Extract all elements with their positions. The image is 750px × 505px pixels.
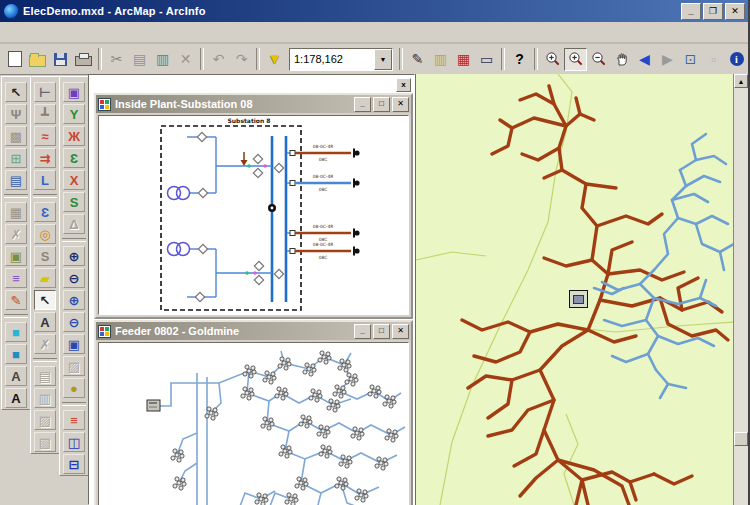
polyline-tool[interactable]: L <box>34 170 56 190</box>
clear-selection-button[interactable]: ▫ <box>702 48 725 71</box>
menu-item[interactable] <box>32 30 46 36</box>
maximize-button[interactable]: □ <box>373 97 390 112</box>
trace-network-tool[interactable]: Ψ <box>5 104 27 124</box>
menu-item[interactable] <box>46 30 60 36</box>
open-button[interactable] <box>26 48 49 71</box>
substation-map-marker[interactable] <box>569 290 588 308</box>
copy-button[interactable]: ▤ <box>128 48 151 71</box>
full-extent-frame-tool[interactable]: ▣ <box>63 334 85 354</box>
map-scale-combo[interactable]: 1:178,162 ▼ <box>289 48 393 71</box>
vertical-split-tool[interactable]: ◫ <box>63 432 85 452</box>
scrollbar-thumb[interactable] <box>734 432 748 446</box>
move-element-tool[interactable]: ↖ <box>34 290 56 310</box>
horizontal-split-tool[interactable]: ⊟ <box>63 454 85 474</box>
layout-grid-tool[interactable]: ▤ <box>34 366 56 386</box>
node-y-tool[interactable]: Y <box>63 104 85 124</box>
feeder-schematic-view[interactable] <box>98 342 409 505</box>
menu-item[interactable] <box>116 30 130 36</box>
map-scale-value[interactable]: 1:178,162 <box>290 53 374 65</box>
legend-list-tool[interactable]: ≡ <box>63 410 85 430</box>
scale-dropdown-button[interactable]: ▼ <box>374 49 392 70</box>
menu-item[interactable] <box>88 30 102 36</box>
menu-item[interactable] <box>60 30 74 36</box>
add-data-button[interactable]: ▼ <box>263 48 286 71</box>
minimize-button[interactable]: _ <box>354 324 371 339</box>
close-button[interactable]: ✕ <box>725 3 745 20</box>
ring-tool[interactable]: ◎ <box>34 224 56 244</box>
move-text-tool[interactable]: A <box>34 312 56 332</box>
text-tool[interactable]: A <box>5 388 27 408</box>
label-flag-tool[interactable]: A <box>5 366 27 386</box>
extent-disabled-tool[interactable]: ▨ <box>63 356 85 376</box>
zoom-out-tool[interactable]: ⊖ <box>63 268 85 288</box>
zoom-in-tool[interactable]: ⊕ <box>63 246 85 266</box>
minimize-button[interactable]: _ <box>354 97 371 112</box>
copy-features-tool[interactable]: ▤ <box>5 170 27 190</box>
arccatalog-button[interactable]: ▥ <box>429 48 452 71</box>
substation-window-titlebar[interactable]: Inside Plant-Substation 08 _ □ ✕ <box>96 95 411 113</box>
arctoolbox-button[interactable]: ▦ <box>452 48 475 71</box>
minimize-button[interactable]: _ <box>681 3 701 20</box>
close-button[interactable]: ✕ <box>392 97 409 112</box>
menu-item[interactable] <box>74 30 88 36</box>
flag-node-tool-2[interactable]: ■ <box>5 344 27 364</box>
branch-tool[interactable]: Ɛ <box>34 202 56 222</box>
restore-button[interactable]: ❐ <box>703 3 723 20</box>
anchor-tool[interactable]: ┻ <box>34 104 56 124</box>
identify-button[interactable]: i <box>725 48 748 71</box>
zoom-in-tool-button[interactable] <box>564 48 587 71</box>
close-button[interactable]: ✕ <box>392 324 409 339</box>
cut-button[interactable]: ✂ <box>105 48 128 71</box>
redo-button[interactable]: ↷ <box>230 48 253 71</box>
substation-viewer-window[interactable]: Inside Plant-Substation 08 _ □ ✕ Substat… <box>94 93 413 319</box>
schematic-window-tool[interactable]: ▣ <box>63 82 85 102</box>
command-window-button[interactable]: ▭ <box>475 48 498 71</box>
data-source-tool[interactable]: ● <box>63 378 85 398</box>
layout-radial-tool[interactable]: ▧ <box>34 432 56 452</box>
sheets-tool[interactable]: ≡ <box>5 268 27 288</box>
whats-this-button[interactable]: ? <box>508 48 531 71</box>
save-button[interactable] <box>49 48 72 71</box>
layout-tree-tool[interactable]: ▥ <box>34 388 56 408</box>
layout-smart-tool[interactable]: ▨ <box>34 410 56 430</box>
delete-button[interactable]: ✕ <box>174 48 197 71</box>
node-cross-tool[interactable]: Х <box>63 170 85 190</box>
connect-tool[interactable]: ⊢ <box>34 82 56 102</box>
branch-arrows-tool[interactable]: ⇉ <box>34 148 56 168</box>
viewer-close-button[interactable]: x <box>396 78 411 92</box>
menu-item[interactable] <box>102 30 116 36</box>
zoom-out-tool-button[interactable] <box>587 48 610 71</box>
select-features-button[interactable]: ⊡ <box>679 48 702 71</box>
zoom-in-layer-tool[interactable]: ⊕ <box>63 290 85 310</box>
menu-item[interactable] <box>18 30 32 36</box>
zoom-out-layer-tool[interactable]: ⊖ <box>63 312 85 332</box>
maximize-button[interactable]: □ <box>373 324 390 339</box>
map-vertical-scrollbar[interactable]: ▲ <box>734 74 748 505</box>
previous-extent-button[interactable]: ◀ <box>633 48 656 71</box>
pan-tool-button[interactable] <box>610 48 633 71</box>
new-map-button[interactable] <box>3 48 26 71</box>
node-branch-tool[interactable]: Ɛ <box>63 148 85 168</box>
node-s-tool[interactable]: S <box>63 192 85 212</box>
select-tool[interactable]: ↖ <box>5 82 27 102</box>
sketch-tool[interactable]: ✎ <box>5 290 27 310</box>
snapshot-tool[interactable]: ▦ <box>5 202 27 222</box>
editor-toolbar-button[interactable]: ✎ <box>406 48 429 71</box>
feeder-viewer-window[interactable]: Feeder 0802 - Goldmine _ □ ✕ <box>94 320 413 505</box>
delete-vertex-tool[interactable]: ✗ <box>34 334 56 354</box>
paste-button[interactable]: ▥ <box>151 48 174 71</box>
curve-edit-tool[interactable]: ≈ <box>34 126 56 146</box>
undo-button[interactable]: ↶ <box>207 48 230 71</box>
menu-item[interactable] <box>4 30 18 36</box>
fixed-zoom-in-button[interactable] <box>541 48 564 71</box>
eraser-tool[interactable]: ▰ <box>34 268 56 288</box>
scroll-up-button[interactable]: ▲ <box>734 74 748 88</box>
substation-schematic-view[interactable]: Substation 8 <box>98 115 409 315</box>
map-data-view[interactable] <box>416 74 734 505</box>
symbol-pair-tool[interactable]: ⊞ <box>5 148 27 168</box>
print-button[interactable] <box>72 48 95 71</box>
fill-symbol-tool[interactable]: ▩ <box>5 126 27 146</box>
feeder-window-titlebar[interactable]: Feeder 0802 - Goldmine _ □ ✕ <box>96 322 411 340</box>
lasso-tool[interactable]: S <box>34 246 56 266</box>
flag-node-tool[interactable]: ■ <box>5 322 27 342</box>
